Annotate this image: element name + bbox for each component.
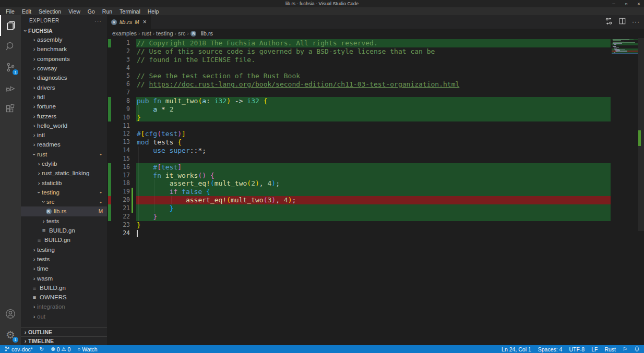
code-line-22[interactable]: 22 } xyxy=(107,213,611,221)
breadcrumb-item-src[interactable]: src xyxy=(178,30,186,36)
status-watch[interactable]: ○Watch xyxy=(77,345,97,353)
tree-item-testing[interactable]: ›testing● xyxy=(21,188,107,197)
code-line-24[interactable]: 24 xyxy=(107,229,611,238)
code-line-13[interactable]: 13mod tests { xyxy=(107,138,611,147)
source-control-icon[interactable]: 1 xyxy=(0,57,21,78)
maximize-button[interactable]: ▫ xyxy=(623,1,629,6)
tree-item-rust[interactable]: ›rust● xyxy=(21,150,107,159)
menu-view[interactable]: View xyxy=(65,8,84,15)
code-editor[interactable]: 1// Copyright 2018 The Fuchsia Authors. … xyxy=(107,38,644,345)
tree-item-diagnostics[interactable]: ›diagnostics xyxy=(21,73,107,82)
tree-item-cowsay[interactable]: ›cowsay xyxy=(21,64,107,73)
tree-item-staticlib[interactable]: ›staticlib xyxy=(21,178,107,187)
tree-item-src[interactable]: ›src● xyxy=(21,197,107,206)
tree-item-wasm[interactable]: ›wasm xyxy=(21,273,107,283)
status-bell-icon[interactable] xyxy=(634,345,640,353)
code-line-11[interactable]: 11 xyxy=(107,122,611,130)
settings-gear-icon[interactable]: ⚙ 1 xyxy=(0,324,21,345)
tree-item-tests[interactable]: ›tests xyxy=(21,254,107,264)
breadcrumb-item-rust[interactable]: rust xyxy=(141,30,151,36)
tree-item-hello_world[interactable]: ›hello_world xyxy=(21,121,107,130)
code-line-15[interactable]: 15 xyxy=(107,155,611,163)
tree-item-components[interactable]: ›components xyxy=(21,54,107,64)
code-line-19[interactable]: 19 if false { xyxy=(107,188,611,196)
status-0[interactable]: ⊗0⚠0 xyxy=(51,345,70,353)
code-line-21[interactable]: 21 } xyxy=(107,204,611,213)
code-line-18[interactable]: 18 assert_eq!(mult_two(2), 4); xyxy=(107,179,611,188)
status-cov-doc-[interactable]: cov-doc* xyxy=(4,345,33,353)
tree-item-rust_static_linking[interactable]: ›rust_static_linking xyxy=(21,168,107,178)
breadcrumb-item-testing[interactable]: testing xyxy=(156,30,173,36)
workspace-section-header[interactable]: › FUCHSIA xyxy=(21,26,107,35)
code-line-17[interactable]: 17 fn it_works() { xyxy=(107,172,611,180)
menu-file[interactable]: File xyxy=(2,8,18,15)
tree-item-tests[interactable]: ›tests xyxy=(21,216,107,226)
tree-item-cdylib[interactable]: ›cdylib xyxy=(21,159,107,168)
status-lf[interactable]: LF xyxy=(591,345,598,353)
code-line-16[interactable]: 16 #[test] xyxy=(107,163,611,172)
code-line-9[interactable]: 9 a * 2 xyxy=(107,105,611,114)
code-line-6[interactable]: 6// https://doc.rust-lang.org/book/secon… xyxy=(107,80,611,89)
breadcrumb-item-lib.rs[interactable]: Rlib.rs xyxy=(190,30,213,36)
status-sync[interactable]: ↻ xyxy=(40,345,44,353)
code-line-3[interactable]: 3// found in the LICENSE file. xyxy=(107,56,611,64)
search-icon[interactable] xyxy=(0,36,21,57)
tree-item-intl[interactable]: ›intl xyxy=(21,130,107,140)
menu-edit[interactable]: Edit xyxy=(18,8,35,15)
tree-item-out[interactable]: ›out xyxy=(21,312,107,321)
close-button[interactable]: ✕ xyxy=(636,1,642,6)
code-line-12[interactable]: 12#[cfg(test)] xyxy=(107,130,611,138)
code-line-2[interactable]: 2// Use of this source code is governed … xyxy=(107,47,611,56)
status-spaces-4[interactable]: Spaces: 4 xyxy=(538,345,563,353)
code-line-20[interactable]: 20 assert_eq!(mult_two(3), 4); xyxy=(107,196,611,204)
breadcrumb-item-examples[interactable]: examples xyxy=(112,30,137,36)
status-ln-24-col-1[interactable]: Ln 24, Col 1 xyxy=(502,345,531,353)
code-line-7[interactable]: 7 xyxy=(107,89,611,97)
line-number: 2 xyxy=(107,47,130,56)
menu-help[interactable]: Help xyxy=(144,8,163,15)
editor-more-actions-icon[interactable]: ··· xyxy=(632,18,640,26)
menu-run[interactable]: Run xyxy=(99,8,116,15)
tree-item-fidl[interactable]: ›fidl xyxy=(21,92,107,102)
tree-item-assembly[interactable]: ›assembly xyxy=(21,35,107,44)
tree-item-lib.rs[interactable]: Rlib.rsM xyxy=(21,206,107,216)
code-line-23[interactable]: 23} xyxy=(107,221,611,229)
status-rust[interactable]: Rust xyxy=(604,345,616,353)
account-icon[interactable] xyxy=(0,303,21,324)
tree-item-fortune[interactable]: ›fortune xyxy=(21,102,107,111)
sidebar-more-actions[interactable]: ··· xyxy=(94,18,102,24)
open-changes-icon[interactable] xyxy=(605,17,613,27)
explorer-icon[interactable] xyxy=(0,15,21,36)
status-utf-8[interactable]: UTF-8 xyxy=(569,345,585,353)
tree-item-benchmark[interactable]: ›benchmark xyxy=(21,44,107,54)
outline-panel-header[interactable]: › OUTLINE xyxy=(21,327,107,336)
tree-item-build.gn[interactable]: ≡BUILD.gn xyxy=(21,226,107,235)
code-line-1[interactable]: 1// Copyright 2018 The Fuchsia Authors. … xyxy=(107,39,611,47)
code-line-14[interactable]: 14 use super::*; xyxy=(107,147,611,155)
menu-terminal[interactable]: Terminal xyxy=(116,8,144,15)
tree-item-testing[interactable]: ›testing xyxy=(21,245,107,254)
tree-item-fuzzers[interactable]: ›fuzzers xyxy=(21,111,107,120)
tree-item-owners[interactable]: ≡OWNERS xyxy=(21,293,107,302)
run-debug-icon[interactable] xyxy=(0,78,21,99)
menu-selection[interactable]: Selection xyxy=(35,8,65,15)
tree-item-time[interactable]: ›time xyxy=(21,264,107,273)
code-line-5[interactable]: 5// See the test section of the Rust Boo… xyxy=(107,72,611,80)
tree-item-readmes[interactable]: ›readmes xyxy=(21,140,107,149)
code-line-8[interactable]: 8pub fn mult_two(a: i32) -> i32 { xyxy=(107,97,611,105)
tab-close-icon[interactable]: × xyxy=(143,18,147,26)
tree-item-integration[interactable]: ›integration xyxy=(21,302,107,311)
tree-item-build.gn[interactable]: ≡BUILD.gn xyxy=(21,235,107,245)
minimize-button[interactable]: – xyxy=(611,1,617,6)
tab-lib-rs[interactable]: R lib.rs M × xyxy=(107,15,151,29)
status-feedback-icon[interactable]: ⚐ xyxy=(623,345,627,353)
split-editor-icon[interactable] xyxy=(619,17,626,27)
code-line-4[interactable]: 4 xyxy=(107,64,611,72)
extensions-icon[interactable] xyxy=(0,99,21,119)
tree-item-build.gn[interactable]: ≡BUILD.gn xyxy=(21,283,107,293)
tree-item-drivers[interactable]: ›drivers xyxy=(21,82,107,92)
menu-go[interactable]: Go xyxy=(84,8,99,15)
timeline-panel-header[interactable]: › TIMELINE xyxy=(21,336,107,345)
minimap[interactable] xyxy=(612,38,638,345)
code-line-10[interactable]: 10} xyxy=(107,114,611,122)
